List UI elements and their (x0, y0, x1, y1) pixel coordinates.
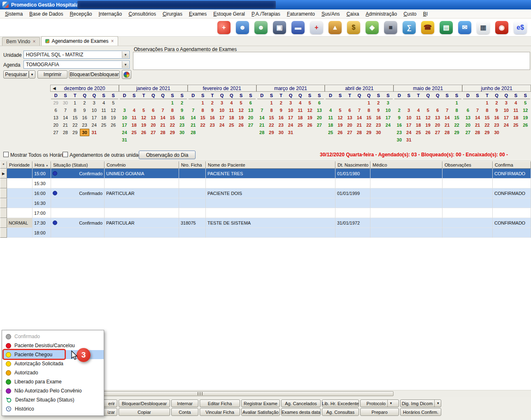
calendar-day-23[interactable]: 23 (276, 122, 286, 128)
calendar-day-18[interactable]: 18 (511, 114, 520, 121)
calendar-day-18[interactable]: 18 (296, 114, 305, 121)
calendar-day-6[interactable]: 6 (314, 100, 324, 106)
calendar-day-1[interactable]: 1 (452, 100, 461, 106)
calendar-day-9[interactable]: 9 (394, 114, 404, 121)
calendar-day-10[interactable]: 10 (383, 107, 393, 114)
pesquisar-dropdown-button[interactable]: ▼ (29, 70, 35, 79)
calendar-day-1[interactable]: 1 (70, 100, 80, 106)
bottom-button-ag-cancelados[interactable]: Ag. Cancelados (281, 399, 321, 407)
menu-item-p-a-terapias[interactable]: P.A./Terapias (248, 10, 284, 18)
calendar-day-28[interactable]: 28 (473, 129, 482, 136)
calendar-day-2[interactable]: 2 (207, 100, 217, 106)
calendar-day-24[interactable]: 24 (89, 122, 99, 128)
calendar-day-3[interactable]: 3 (120, 107, 129, 114)
tab-agendamento-de-exames[interactable]: Agendamento de Exames × (41, 36, 118, 46)
calendar-day-7[interactable]: 7 (354, 107, 364, 114)
calendar-day-21[interactable]: 21 (158, 122, 168, 128)
calendar-day-8[interactable]: 8 (452, 107, 461, 114)
calendar-day-15[interactable]: 15 (267, 114, 276, 121)
calendar-day-16[interactable]: 16 (207, 114, 217, 121)
calendar-day-10[interactable]: 10 (89, 107, 99, 114)
calendar-day-25[interactable]: 25 (227, 122, 236, 128)
appointment-row[interactable]: 17:00 (0, 208, 531, 218)
calendar-day-12[interactable]: 12 (305, 107, 314, 114)
calendar-day-20[interactable]: 20 (433, 122, 442, 128)
calendar-day-29[interactable]: 29 (267, 129, 276, 136)
column-header-conv-nio[interactable]: Convênio (105, 161, 179, 169)
calendar-day-19[interactable]: 19 (139, 122, 148, 128)
ambulancia-icon[interactable]: + (310, 21, 323, 34)
observacao-do-dia-button[interactable]: Observação do Dia (139, 151, 196, 159)
calendar-day-5[interactable]: 5 (139, 107, 148, 114)
calendar-day-16[interactable]: 16 (80, 114, 89, 121)
calendar-day-30[interactable]: 30 (61, 100, 70, 106)
calendar-day-8[interactable]: 8 (198, 107, 207, 114)
calendar-day-1[interactable]: 1 (267, 100, 276, 106)
calendar-day-4[interactable]: 4 (511, 100, 520, 106)
calendar-day-22[interactable]: 22 (452, 122, 461, 128)
calendar-day-29[interactable]: 29 (482, 129, 492, 136)
calendar-day-19[interactable]: 19 (335, 122, 345, 128)
calendar-day-13[interactable]: 13 (433, 114, 442, 121)
calendar-day-21[interactable]: 21 (473, 122, 482, 128)
context-item-autorizado[interactable]: Autorizado (2, 368, 104, 377)
calendar-day-27[interactable]: 27 (463, 129, 473, 136)
planilhas-icon[interactable]: ▦ (477, 21, 490, 34)
context-item-autoriza-o-solicitada[interactable]: Autorização Solicitada (2, 359, 104, 368)
calendar-day-13[interactable]: 13 (345, 114, 354, 121)
calendar-day-17[interactable]: 17 (217, 114, 227, 121)
chevron-down-icon[interactable]: ▼ (122, 51, 129, 58)
calendar-day-7[interactable]: 7 (442, 107, 452, 114)
calendar-day-4[interactable]: 4 (414, 107, 423, 114)
bottom-button-exames-desta-data[interactable]: Exames desta data (281, 408, 321, 416)
calendar-day-26[interactable]: 26 (335, 129, 345, 136)
profissionais-icon[interactable]: ☻ (254, 21, 268, 34)
bottom-button-bloquear-desbloquear[interactable]: Bloquear/Desbloquear (119, 399, 170, 407)
context-item-n-o-autorizado-pelo-conv-nio[interactable]: Não Autorizado Pelo Convênio (2, 386, 104, 395)
calendar-day-11[interactable]: 11 (296, 107, 305, 114)
calendar-day-23[interactable]: 23 (207, 122, 217, 128)
calendar-day-3[interactable]: 3 (286, 100, 295, 106)
calendar-day-25[interactable]: 25 (511, 122, 520, 128)
calendar-day-6[interactable]: 6 (433, 107, 442, 114)
calendar-day-26[interactable]: 26 (139, 129, 148, 136)
calendar-day-29[interactable]: 29 (452, 129, 461, 136)
column-header-observa-es[interactable]: Observações (442, 161, 493, 169)
calendar-day-10[interactable]: 10 (217, 107, 227, 114)
bottom-button-copiar[interactable]: Copiar (119, 408, 170, 416)
calendar-day-14[interactable]: 14 (189, 114, 198, 121)
calendar-day-19[interactable]: 19 (305, 114, 314, 121)
calendar-prev-icon[interactable]: ◀ (53, 86, 56, 90)
unidade-select[interactable]: HOSPITAL SQL - MATRIZ ▼ (23, 51, 130, 59)
calendar-day-30[interactable]: 30 (80, 129, 89, 136)
calendar-day-18[interactable]: 18 (414, 122, 423, 128)
menu-item-sistema[interactable]: Sistema (2, 10, 26, 18)
calendar-day-10[interactable]: 10 (404, 114, 414, 121)
calendar-day-23[interactable]: 23 (177, 122, 186, 128)
bottom-button-dig-img-dicom[interactable]: Dig. Img Dicom▼ (400, 399, 441, 407)
calendar-day-24[interactable]: 24 (501, 122, 511, 128)
calendar-day-16[interactable]: 16 (492, 114, 501, 121)
calendar-day-2[interactable]: 2 (492, 100, 501, 106)
calendar-day-16[interactable]: 16 (177, 114, 186, 121)
calendar-day-3[interactable]: 3 (217, 100, 227, 106)
calendar-day-27[interactable]: 27 (51, 129, 61, 136)
calendar-day-27[interactable]: 27 (149, 129, 158, 136)
calendar-day-27[interactable]: 27 (246, 122, 255, 128)
calendar-day-30[interactable]: 30 (177, 129, 186, 136)
menu-item-custo[interactable]: Custo (400, 10, 419, 18)
calendar-day-29[interactable]: 29 (364, 129, 373, 136)
calendar-day-1[interactable]: 1 (168, 100, 177, 106)
calendar-day-1[interactable]: 1 (364, 100, 373, 106)
calendar-day-15[interactable]: 15 (198, 114, 207, 121)
calendar-day-13[interactable]: 13 (246, 107, 255, 114)
calendar-day-30[interactable]: 30 (394, 137, 404, 143)
bottom-button-registrar-exame[interactable]: Registrar Exame (241, 399, 280, 407)
close-icon[interactable]: × (111, 39, 114, 44)
calendar-day-3[interactable]: 3 (89, 100, 99, 106)
calendar-day-11[interactable]: 11 (414, 114, 423, 121)
menu-item-administra-o[interactable]: Administração (362, 10, 400, 18)
calendar-day-25[interactable]: 25 (129, 129, 139, 136)
faturamento-icon[interactable]: ▲ (328, 21, 342, 34)
column-header-hora[interactable]: Hora▲ (33, 161, 51, 169)
